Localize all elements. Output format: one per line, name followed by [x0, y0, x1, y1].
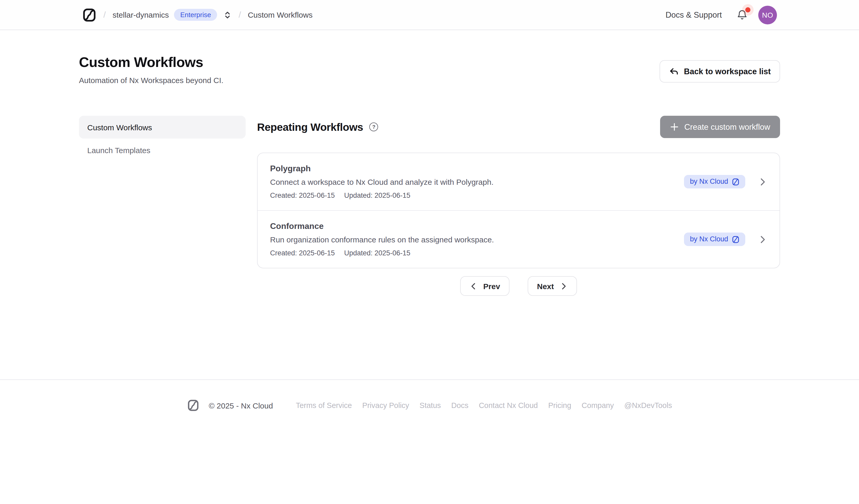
- workflow-created: Created: 2025-06-15: [270, 249, 335, 257]
- footer: © 2025 - Nx Cloud Terms of Service Priva…: [0, 379, 859, 412]
- by-nx-cloud-badge[interactable]: by Nx Cloud: [684, 232, 745, 246]
- workspace-switcher-icon[interactable]: [224, 11, 232, 19]
- prev-page-button[interactable]: Prev: [461, 276, 510, 296]
- prev-label: Prev: [483, 281, 500, 290]
- workflow-name: Conformance: [270, 222, 494, 231]
- by-nx-cloud-badge[interactable]: by Nx Cloud: [684, 175, 745, 188]
- create-custom-workflow-button[interactable]: Create custom workflow: [660, 116, 780, 138]
- section-title: Repeating Workflows: [257, 121, 363, 133]
- notification-dot: [745, 7, 751, 12]
- return-arrow-icon: [669, 66, 679, 76]
- workflow-info: Polygraph Connect a workspace to Nx Clou…: [270, 164, 493, 199]
- breadcrumb-separator: /: [239, 10, 241, 20]
- back-to-workspace-list-button[interactable]: Back to workspace list: [660, 60, 780, 82]
- plus-icon: [670, 122, 679, 131]
- workflow-name: Polygraph: [270, 164, 493, 173]
- user-avatar[interactable]: NO: [758, 5, 777, 24]
- footer-link-docs[interactable]: Docs: [451, 401, 468, 410]
- page-subtitle: Automation of Nx Workspaces beyond CI.: [79, 76, 223, 85]
- badge-label: by Nx Cloud: [690, 235, 728, 243]
- sidebar-item-launch-templates[interactable]: Launch Templates: [79, 139, 246, 162]
- workflow-updated: Updated: 2025-06-15: [344, 249, 410, 257]
- page-heading-block: Custom Workflows Automation of Nx Worksp…: [79, 55, 223, 85]
- footer-links: Terms of Service Privacy Policy Status D…: [296, 401, 672, 410]
- footer-link-company[interactable]: Company: [582, 401, 614, 410]
- nx-cloud-logo-icon[interactable]: [82, 7, 96, 22]
- next-label: Next: [537, 281, 554, 290]
- create-button-label: Create custom workflow: [684, 122, 770, 132]
- badge-label: by Nx Cloud: [690, 178, 728, 186]
- sidebar-item-custom-workflows[interactable]: Custom Workflows: [79, 116, 246, 139]
- footer-link-status[interactable]: Status: [420, 401, 441, 410]
- breadcrumb-workspace[interactable]: stellar-dynamics: [112, 10, 169, 19]
- nx-cloud-mini-logo-icon: [732, 178, 740, 186]
- page: / stellar-dynamics Enterprise / Custom W…: [0, 0, 859, 504]
- workflow-info: Conformance Run organization conformance…: [270, 222, 494, 257]
- back-button-label: Back to workspace list: [684, 67, 771, 76]
- workflow-created: Created: 2025-06-15: [270, 192, 335, 199]
- workflow-description: Connect a workspace to Nx Cloud and anal…: [270, 178, 493, 186]
- copyright-text: © 2025 - Nx Cloud: [209, 401, 273, 410]
- pagination: Prev Next: [257, 276, 780, 296]
- footer-nx-logo-icon: [187, 399, 199, 412]
- chevron-right-icon: [560, 282, 568, 290]
- workflow-description: Run organization conformance rules on th…: [270, 235, 494, 244]
- footer-link-terms[interactable]: Terms of Service: [296, 401, 352, 410]
- breadcrumb-page[interactable]: Custom Workflows: [248, 10, 313, 19]
- chevron-left-icon: [470, 282, 478, 290]
- nx-cloud-mini-logo-icon: [732, 235, 740, 243]
- workflow-updated: Updated: 2025-06-15: [344, 192, 410, 199]
- page-title: Custom Workflows: [79, 55, 223, 71]
- footer-link-nxdevtools[interactable]: @NxDevTools: [624, 401, 672, 410]
- workflow-row-conformance[interactable]: Conformance Run organization conformance…: [258, 210, 780, 268]
- footer-link-contact[interactable]: Contact Nx Cloud: [479, 401, 538, 410]
- help-icon[interactable]: ?: [370, 122, 378, 131]
- notifications-bell-icon[interactable]: [736, 9, 748, 20]
- chevron-right-icon[interactable]: [758, 177, 767, 186]
- top-navbar: / stellar-dynamics Enterprise / Custom W…: [0, 0, 859, 30]
- footer-link-privacy[interactable]: Privacy Policy: [362, 401, 409, 410]
- workflows-card: Polygraph Connect a workspace to Nx Clou…: [257, 153, 780, 268]
- next-page-button[interactable]: Next: [528, 276, 577, 296]
- footer-link-pricing[interactable]: Pricing: [548, 401, 571, 410]
- docs-support-link[interactable]: Docs & Support: [665, 10, 722, 19]
- plan-badge: Enterprise: [174, 9, 217, 21]
- workflow-row-polygraph[interactable]: Polygraph Connect a workspace to Nx Clou…: [258, 153, 780, 210]
- breadcrumb-separator: /: [103, 10, 106, 20]
- chevron-right-icon[interactable]: [758, 235, 767, 244]
- settings-sidebar: Custom Workflows Launch Templates: [79, 116, 246, 296]
